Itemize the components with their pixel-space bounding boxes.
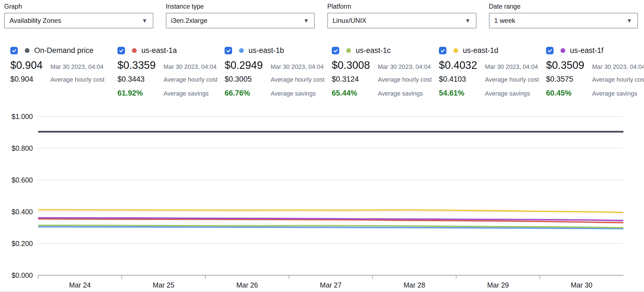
average-hourly-cost-label: Average hourly cost — [485, 76, 546, 83]
checkmark-icon — [12, 48, 17, 53]
series-checkbox-us-east-1d[interactable] — [439, 47, 446, 54]
y-axis-tick-label: $0.000 — [12, 271, 33, 279]
series-name: us-east-1a — [141, 46, 177, 55]
average-hourly-cost: $0.3005 — [225, 75, 263, 84]
average-savings: 54.61% — [439, 87, 477, 98]
legend-item-us-east-1f: us-east-1f $0.3509 Mar 30 2023, 04:04 $0… — [546, 46, 644, 98]
platform-select[interactable]: Linux/UNIX ▼ — [327, 13, 476, 28]
average-hourly-cost-label: Average hourly cost — [592, 76, 644, 83]
series-checkbox-us-east-1c[interactable] — [332, 47, 339, 54]
checkmark-icon — [440, 48, 445, 53]
series-color-dot-icon — [453, 48, 458, 53]
control-label: Instance type — [166, 3, 315, 10]
checkmark-icon — [333, 48, 338, 53]
average-hourly-cost: $0.3443 — [117, 75, 156, 84]
average-savings-label: Average savings — [163, 88, 225, 97]
checkmark-icon — [119, 48, 124, 53]
average-hourly-cost: $0.3575 — [546, 75, 584, 84]
series-name: us-east-1f — [570, 46, 603, 55]
legend-item-on-demand: On-Demand price $0.904 Mar 30 2023, 04:0… — [10, 46, 117, 98]
x-axis-tick-label: Mar 30 — [571, 281, 593, 289]
current-price: $0.2949 — [225, 59, 263, 71]
current-price: $0.904 — [10, 59, 43, 71]
series-line-us-east-1d — [38, 210, 623, 213]
price-timestamp: Mar 30 2023, 04:04 — [50, 63, 117, 70]
legend-item-us-east-1d: us-east-1d $0.4032 Mar 30 2023, 04:04 $0… — [439, 46, 546, 98]
bottom-divider — [0, 291, 644, 292]
price-timestamp: Mar 30 2023, 04:04 — [378, 63, 439, 70]
average-hourly-cost: $0.4103 — [439, 75, 477, 84]
price-history-chart: $1.000$0.800$0.600$0.400$0.200$0.000Mar … — [0, 102, 644, 290]
filter-control-graph: Graph Availability Zones ▼ — [4, 3, 153, 28]
y-axis-tick-label: $1.000 — [12, 113, 33, 120]
series-name: us-east-1d — [463, 46, 498, 55]
average-savings: 66.76% — [225, 87, 263, 98]
average-savings: 60.45% — [546, 87, 584, 98]
select-value: Linux/UNIX — [333, 17, 366, 25]
checkmark-icon — [226, 48, 231, 53]
current-price: $0.3359 — [117, 59, 156, 71]
caret-down-icon: ▼ — [303, 18, 309, 23]
caret-down-icon: ▼ — [465, 18, 471, 23]
price-timestamp: Mar 30 2023, 04:04 — [592, 63, 644, 70]
series-color-dot-icon — [346, 48, 351, 53]
current-price: $0.4032 — [439, 59, 477, 71]
average-savings-label: Average savings — [592, 88, 644, 97]
average-hourly-cost-label: Average hourly cost — [271, 76, 332, 83]
price-timestamp: Mar 30 2023, 04:04 — [271, 63, 332, 70]
x-axis-tick-label: Mar 25 — [153, 281, 174, 289]
price-timestamp: Mar 30 2023, 04:04 — [485, 63, 546, 70]
series-name: us-east-1b — [249, 46, 284, 55]
y-axis-tick-label: $0.600 — [12, 176, 33, 184]
y-axis-tick-label: $0.200 — [12, 240, 33, 247]
series-color-dot-icon — [561, 48, 565, 53]
average-hourly-cost: $0.904 — [10, 75, 43, 84]
legend-item-us-east-1c: us-east-1c $0.3008 Mar 30 2023, 04:04 $0… — [332, 46, 439, 98]
control-label: Date range — [489, 3, 638, 10]
average-savings-label: Average savings — [485, 88, 546, 97]
series-checkbox-on-demand[interactable] — [10, 47, 18, 54]
average-savings-label: Average savings — [378, 88, 439, 97]
average-hourly-cost-label: Average hourly cost — [378, 76, 439, 83]
chart-legend: On-Demand price $0.904 Mar 30 2023, 04:0… — [0, 46, 644, 98]
series-color-dot-icon — [25, 48, 30, 53]
average-savings-label: Average savings — [271, 88, 332, 97]
y-axis-tick-label: $0.800 — [12, 144, 33, 152]
control-label: Graph — [4, 3, 153, 10]
average-hourly-cost: $0.3124 — [332, 75, 370, 84]
chart-canvas: $1.000$0.800$0.600$0.400$0.200$0.000Mar … — [0, 102, 644, 289]
filter-control-date-range: Date range 1 week ▼ — [489, 3, 638, 28]
series-color-dot-icon — [239, 48, 244, 53]
date-range-select[interactable]: 1 week ▼ — [489, 13, 638, 28]
series-checkbox-us-east-1b[interactable] — [225, 47, 232, 54]
select-value: i3en.2xlarge — [171, 17, 208, 25]
select-value: 1 week — [494, 17, 515, 25]
x-axis-tick-label: Mar 29 — [487, 281, 509, 289]
x-axis-tick-label: Mar 28 — [404, 281, 425, 289]
series-color-dot-icon — [132, 48, 137, 53]
average-savings: 65.44% — [332, 87, 370, 98]
control-label: Platform — [327, 3, 476, 10]
graph-select[interactable]: Availability Zones ▼ — [4, 13, 153, 28]
filter-controls: Graph Availability Zones ▼ Instance type… — [0, 0, 644, 28]
caret-down-icon: ▼ — [626, 18, 632, 23]
average-savings: 61.92% — [117, 87, 156, 98]
x-axis-tick-label: Mar 27 — [320, 281, 342, 289]
current-price: $0.3509 — [546, 59, 584, 71]
series-name: On-Demand price — [34, 46, 94, 55]
caret-down-icon: ▼ — [142, 18, 148, 23]
series-checkbox-us-east-1f[interactable] — [546, 47, 554, 54]
filter-control-instance-type: Instance type i3en.2xlarge ▼ — [166, 3, 315, 28]
x-axis-tick-label: Mar 26 — [236, 281, 258, 289]
y-axis-tick-label: $0.400 — [12, 208, 33, 216]
legend-item-us-east-1a: us-east-1a $0.3359 Mar 30 2023, 04:04 $0… — [117, 46, 225, 98]
series-name: us-east-1c — [356, 46, 391, 55]
filter-control-platform: Platform Linux/UNIX ▼ — [327, 3, 476, 28]
average-hourly-cost-label: Average hourly cost — [50, 76, 117, 83]
average-hourly-cost-label: Average hourly cost — [163, 76, 225, 83]
current-price: $0.3008 — [332, 59, 370, 71]
legend-item-us-east-1b: us-east-1b $0.2949 Mar 30 2023, 04:04 $0… — [225, 46, 332, 98]
instance-type-select[interactable]: i3en.2xlarge ▼ — [166, 13, 315, 28]
series-checkbox-us-east-1a[interactable] — [117, 47, 125, 54]
checkmark-icon — [547, 48, 552, 53]
